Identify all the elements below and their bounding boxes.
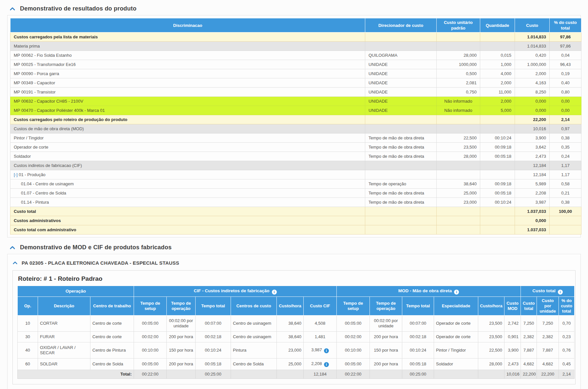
cell-direcionador — [365, 32, 437, 42]
cell-custo: 2,473 — [515, 152, 550, 161]
cell-value: 38,640 — [288, 321, 301, 326]
info-icon[interactable]: i — [558, 290, 563, 295]
cell-value: 00:05:18 — [410, 361, 427, 366]
cell-value: Centro de usinagem — [233, 321, 271, 326]
group-label: CIF - Custos indiretos de fabricação — [194, 288, 270, 293]
product-results-table: DiscriminacaoDirecionador de custoCusto … — [10, 18, 581, 235]
cell-value: 4,682 — [523, 361, 534, 366]
column-header: Custo unitário padrão — [437, 18, 480, 32]
cell-cif-tempo-operacao: 200 por hora — [167, 332, 196, 342]
cell-pct-custo-total: 2,14 — [550, 115, 581, 124]
cell-cif-custo-hora: 38,640 — [277, 316, 304, 332]
table-row: 01.04 - Centro de usinagemTempo de opera… — [10, 179, 581, 189]
cell-cif-tempo-total: 00:07:00 — [196, 316, 231, 332]
cell-mod-custo-hora: 28,000 — [478, 358, 504, 370]
cell-direcionador: Tempo de mão de obra direta — [365, 189, 437, 198]
cell-value: 00:10:00 — [345, 348, 362, 353]
cell-centro-trabalho: Centro de Solda — [90, 358, 134, 370]
cell-value: 00:10:00 — [142, 348, 159, 353]
collapse-icon[interactable] — [13, 261, 17, 264]
cell-value: SOLDAR — [40, 361, 57, 366]
cell-direcionador — [365, 42, 437, 51]
group-header: Operação — [18, 286, 134, 297]
cell-descricao: SOLDAR — [38, 358, 90, 370]
cell-discriminacao: Custo total com administrativo — [10, 225, 365, 235]
cell-value: 00:02:00 por unidade — [374, 318, 398, 328]
cell-direcionador — [365, 161, 437, 170]
cell-discriminacao: [-] 01 - Produção — [10, 170, 365, 179]
cell-custo-unitario — [437, 225, 480, 235]
cell-value: 3,987 — [311, 347, 322, 352]
cell-value: 150 por hora — [169, 348, 193, 353]
cell-custo-unitario — [437, 170, 480, 179]
cell-op: 10 — [18, 316, 38, 332]
cell-value: 2,208 — [311, 361, 322, 366]
cell-quantidade: 00:05:18 — [480, 189, 515, 198]
cell-custo-unitario — [437, 115, 480, 124]
cell-direcionador — [365, 124, 437, 133]
cell-pct-custo-total: 0,38 — [550, 198, 581, 207]
table-row: 30FURARCentro de corte00:02:00200 por ho… — [18, 332, 575, 342]
cell-custo: 3,987 — [515, 198, 550, 207]
cell-value: 00:02:18 — [410, 334, 427, 339]
cell-value: 23,000 — [288, 348, 301, 353]
cell-pct-custo-total: 0,35 — [550, 143, 581, 152]
cell-value: 200 por hora — [374, 361, 398, 366]
cell-custo-cif: 4,508 — [304, 316, 337, 332]
column-header: Custo MOD — [504, 297, 521, 316]
cell-pct-custo-total: 96,43 — [550, 60, 581, 69]
cell-quantidade: 5,000 — [480, 106, 515, 115]
cell-discriminacao: MP 00349 - Capacitor — [10, 78, 365, 88]
column-header: Tempo de operação — [167, 297, 196, 316]
cell-direcionador: UNIDADE — [365, 106, 437, 115]
cell-value: 00:05:00 — [142, 321, 159, 326]
section1-header: Demonstrativo de resultados do produto — [7, 1, 581, 15]
cell-cif-tempo-operacao — [167, 370, 196, 379]
info-icon[interactable]: i — [324, 348, 329, 353]
cell-mod-custo-hora: 22,500 — [478, 342, 504, 358]
cell-value: Centro de corte — [92, 334, 122, 339]
cell-custo-unitario — [437, 32, 480, 42]
cell-custo-total: 7,887 — [521, 342, 537, 358]
cell-cif-tempo-operacao: 200 por hora — [167, 358, 196, 370]
cell-custo-cif: 2,208i — [304, 358, 337, 370]
cell-pct-custo-total: 0,21 — [550, 189, 581, 198]
cell-mod-tempo-operacao — [370, 370, 402, 379]
cell-value: 00:05:00 — [345, 361, 362, 366]
info-icon[interactable]: i — [324, 362, 329, 367]
table-row: SoldadorTempo de mão de obra direta28,00… — [10, 152, 581, 161]
collapse-icon[interactable] — [10, 246, 15, 249]
table-row: Custos indiretos de fabricacao (CIF)12,1… — [10, 161, 581, 170]
table-row: Materia prima1.014,83397,86 — [10, 42, 581, 51]
cell-quantidade — [480, 32, 515, 42]
cell-quantidade — [480, 225, 515, 235]
cell-discriminacao: Materia prima — [10, 42, 365, 51]
cell-mod-tempo-operacao: 150 por hora — [370, 342, 402, 358]
cell-quantidade — [480, 207, 515, 216]
cell-custo: 1.037,033 — [515, 207, 550, 216]
section1-panel: DiscriminacaoDirecionador de custoCusto … — [7, 15, 581, 237]
row-label: 01 - Produção — [19, 172, 46, 177]
cell-custo-unitario: 23,500 — [437, 143, 480, 152]
cell-value: 00:10:24 — [410, 348, 427, 353]
cell-direcionador — [365, 207, 437, 216]
expand-collapse-link[interactable]: [-] — [14, 172, 18, 177]
section2-header: Demonstrativo de MOD e CIF de produtos f… — [7, 237, 581, 254]
cell-custo-por-unidade: 4,682 — [537, 358, 559, 370]
info-icon[interactable]: i — [454, 290, 459, 295]
cell-direcionador: UNIDADE — [365, 97, 437, 106]
collapse-icon[interactable] — [10, 7, 15, 10]
cell-value: 7,250 — [542, 321, 553, 326]
cell-pct-custo-total: 0,00 — [550, 97, 581, 106]
cell-custo-unitario: Não informado — [437, 97, 480, 106]
info-icon[interactable]: i — [272, 290, 277, 295]
cell-cif-tempo-total: 00:25:00 — [196, 370, 231, 379]
cell-descricao: OXIDAR / LAVAR / SECAR — [38, 342, 90, 358]
column-header: Tempo de operação — [370, 297, 402, 316]
table-row: 01.14 - PinturaTempo de mão de obra dire… — [10, 198, 581, 207]
cell-discriminacao: Custos de mão de obra direta (MOD) — [10, 124, 365, 133]
cell-value: 00:02:00 — [142, 334, 159, 339]
cell-discriminacao: Custos administrativos — [10, 216, 365, 225]
cell-custo-unitario: 28,000 — [437, 51, 480, 60]
cell-value: 200 por hora — [374, 334, 398, 339]
